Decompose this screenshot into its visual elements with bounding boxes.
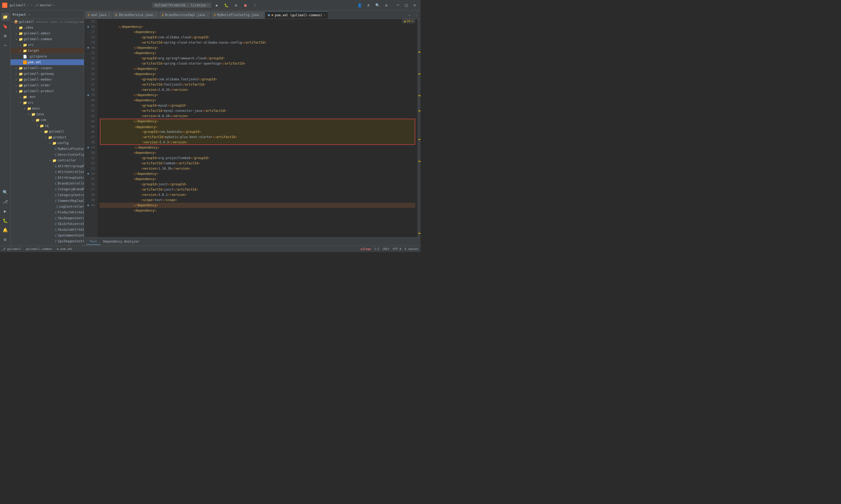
- coverage-button[interactable]: ⚙: [232, 2, 240, 9]
- tree-item-spucomment[interactable]: C SpuCommentController: [11, 233, 84, 238]
- run-config[interactable]: GulimallProductA...lication ▾: [152, 3, 211, 8]
- maximize-button[interactable]: □: [402, 2, 410, 9]
- branch-selector[interactable]: ⎇ master ▾: [35, 3, 55, 7]
- status-left: ⎇ gulimall › gulimall-common › m pom.xml: [2, 247, 72, 251]
- bottom-tab-text[interactable]: Text: [86, 239, 100, 245]
- tree-item-categorycontroller[interactable]: C CategoryController: [11, 192, 84, 198]
- scroll-marker-4: [418, 110, 420, 111]
- structure-button[interactable]: ⊞: [1, 32, 10, 40]
- tree-item-product2[interactable]: ▾ 📁 product: [11, 134, 84, 140]
- icon-bar-bottom: 🔍 ⎇ ▶ 🐛 🔔 ⚙: [1, 188, 10, 244]
- search-icon-bar[interactable]: 🔍: [1, 188, 10, 196]
- tree-item-securityconfig[interactable]: C SecurityConfig: [11, 152, 84, 158]
- scroll-markers: [417, 19, 420, 237]
- tab-close-and-java[interactable]: ✕: [108, 14, 109, 17]
- tree-item-sq[interactable]: ▾ 📁 sq: [11, 123, 84, 129]
- tree-item-idea[interactable]: ▾ 📁 .idea: [11, 25, 84, 31]
- tree-item-categorybrand[interactable]: C CategoryBrandRelationController: [11, 186, 84, 192]
- tree-item-controller-folder[interactable]: ▾ 📁 controller: [11, 158, 84, 163]
- tree-item-attrattr[interactable]: C AttrAttrgroupRelationController: [11, 163, 84, 169]
- title-actions: 👤 A 🔍 ⚙: [356, 2, 390, 9]
- tree-item-product[interactable]: ▾ 📁 gulimall-product: [11, 88, 84, 94]
- tree-item-admin[interactable]: ▸ 📁 gulimall-admin: [11, 31, 84, 36]
- debug-button[interactable]: 🐛: [223, 2, 230, 9]
- scroll-marker-1: [418, 52, 420, 53]
- main-layout: 📁 🔖 ⊞ ⋯ 🔍 ⎇ ▶ 🐛 🔔 ⚙ Project ▾ ▾ 📦 gulima…: [0, 11, 420, 246]
- window-controls: ─ □ ✕: [394, 2, 418, 9]
- status-indent[interactable]: 4 spaces: [405, 247, 418, 251]
- run-button[interactable]: ▶: [213, 2, 221, 9]
- tree-item-common[interactable]: ▾ 📁 gulimall-common: [11, 36, 84, 42]
- tab-ibrandservice[interactable]: I IBrandService.java ✕: [113, 11, 158, 19]
- tree-item-java[interactable]: ▾ 📁 java: [11, 111, 84, 117]
- tree-item-productattrvalue[interactable]: C ProductAttrValueController: [11, 210, 84, 215]
- project-name[interactable]: gulimall ▾: [10, 3, 29, 7]
- tab-close-mybatis[interactable]: ✕: [260, 14, 262, 17]
- more-button[interactable]: ⋮: [251, 2, 259, 9]
- tree-item-skusaleattrvalue[interactable]: C SkuSaleAttrValueController: [11, 227, 84, 233]
- tree-item-order[interactable]: ▸ 📁 gulimall-order: [11, 83, 84, 88]
- code-content[interactable]: ▲ 24 ▾ </dependency> <dependency> <group…: [97, 19, 417, 237]
- tree-item-src2[interactable]: ▾ 📁 src: [11, 100, 84, 106]
- title-bar: ⚡ gulimall ▾ | ⎇ master ▾ GulimallProduc…: [0, 0, 420, 11]
- tab-settings-button[interactable]: ⋮: [413, 12, 419, 19]
- tree-item-commentreplay[interactable]: C CommentReplayController: [11, 198, 84, 204]
- notifications-button[interactable]: 🔔: [1, 226, 10, 234]
- tab-brandserviceimpl[interactable]: J BrandServiceImpl.java ✕: [159, 11, 210, 19]
- tree-item-com[interactable]: ▾ 📁 com: [11, 117, 84, 123]
- settings-button[interactable]: ⚙: [383, 2, 390, 9]
- sidebar-title: Project: [13, 13, 26, 17]
- tab-mybatisconfig[interactable]: J MyBatisPlusConfig.java ✕: [211, 11, 265, 19]
- bookmarks-button[interactable]: 🔖: [1, 22, 10, 31]
- status-encoding[interactable]: UTF-8: [393, 247, 401, 251]
- tree-item-mvn[interactable]: ▸ 📁 .mvn: [11, 94, 84, 100]
- tree-item-attrgroupcontroller[interactable]: C AttrGroupController: [11, 175, 84, 181]
- tab-close-pom[interactable]: ✕: [324, 14, 325, 17]
- tree-item-config[interactable]: ▾ 📁 config: [11, 140, 84, 146]
- settings-icon-bar[interactable]: ⚙: [1, 235, 10, 244]
- tree-item-skuinfo[interactable]: C SkuInfoController: [11, 221, 84, 227]
- project-tool-button[interactable]: 📁: [1, 13, 10, 21]
- warning-indicator[interactable]: ▲ 24 ▾: [402, 19, 415, 23]
- sidebar-header: Project ▾: [11, 11, 84, 19]
- tree-item-gulimall2[interactable]: ▾ 📁 gulimall: [11, 129, 84, 134]
- translate-button[interactable]: A: [365, 2, 372, 9]
- status-crlf[interactable]: CRLF: [382, 247, 390, 251]
- tree-item-pom-common[interactable]: 🟧 pom.xml: [11, 59, 84, 65]
- tab-bar: J and.java ✕ I IBrandService.java ✕ J Br…: [84, 11, 420, 19]
- tree-item-gulimall[interactable]: ▾ 📦 gulimall sources root, E:\Java\gulim…: [11, 19, 84, 25]
- debug-tool-button[interactable]: 🐛: [1, 216, 10, 225]
- run-tool-button[interactable]: ▶: [1, 207, 10, 215]
- sidebar-content[interactable]: ▾ 📦 gulimall sources root, E:\Java\gulim…: [11, 19, 84, 246]
- icon-bar: 📁 🔖 ⊞ ⋯ 🔍 ⎇ ▶ 🐛 🔔 ⚙: [0, 11, 11, 246]
- tab-close-ibrand[interactable]: ✕: [154, 14, 156, 17]
- tree-item-member[interactable]: ▸ 📁 gulimall-member: [11, 77, 84, 83]
- tree-item-brandcontroller[interactable]: C BrandController: [11, 181, 84, 186]
- tab-close-brandimpl[interactable]: ✕: [207, 14, 208, 17]
- search-button[interactable]: 🔍: [374, 2, 381, 9]
- stop-button[interactable]: ■: [242, 2, 249, 9]
- close-button[interactable]: ✕: [411, 2, 418, 9]
- tab-list-button[interactable]: ▾: [406, 12, 413, 19]
- git-button[interactable]: ⎇: [1, 197, 10, 206]
- tree-item-spuimages[interactable]: C SpuImagesController: [11, 238, 84, 244]
- tree-item-main[interactable]: ▾ 📁 main: [11, 106, 84, 111]
- scroll-marker-2: [418, 73, 420, 74]
- tree-item-mybatisconfig[interactable]: C MyBatisPlusConfig: [11, 146, 84, 152]
- minimize-button[interactable]: ─: [394, 2, 401, 9]
- tree-item-src[interactable]: ▸ 📁 src: [11, 42, 84, 48]
- more-tools-button[interactable]: ⋯: [1, 41, 10, 49]
- tree-item-skuimages[interactable]: C SkuImagesController: [11, 215, 84, 221]
- tree-item-gitignore[interactable]: 📄 .gitignore: [11, 54, 84, 59]
- tree-item-target[interactable]: ▸ 📁 target: [11, 48, 84, 54]
- tab-and-java[interactable]: J and.java ✕: [85, 11, 112, 19]
- collab-button[interactable]: 👤: [356, 2, 363, 9]
- tree-item-coupon[interactable]: ▸ 📁 gulimall-coupon: [11, 65, 84, 71]
- tab-pom-common[interactable]: m pom.xml (gulimall-common) ✕: [265, 11, 328, 19]
- tree-item-gateway[interactable]: ▸ 📁 gulimall-gateway: [11, 71, 84, 77]
- code-line-26: <dependency>: [99, 24, 415, 30]
- status-line-col[interactable]: 1:1: [374, 247, 379, 251]
- bottom-tab-dependency[interactable]: Dependency Analyzer: [100, 239, 142, 245]
- tree-item-attrcontroller[interactable]: C AttrController: [11, 169, 84, 175]
- tree-item-logcontroller[interactable]: C LogController: [11, 204, 84, 210]
